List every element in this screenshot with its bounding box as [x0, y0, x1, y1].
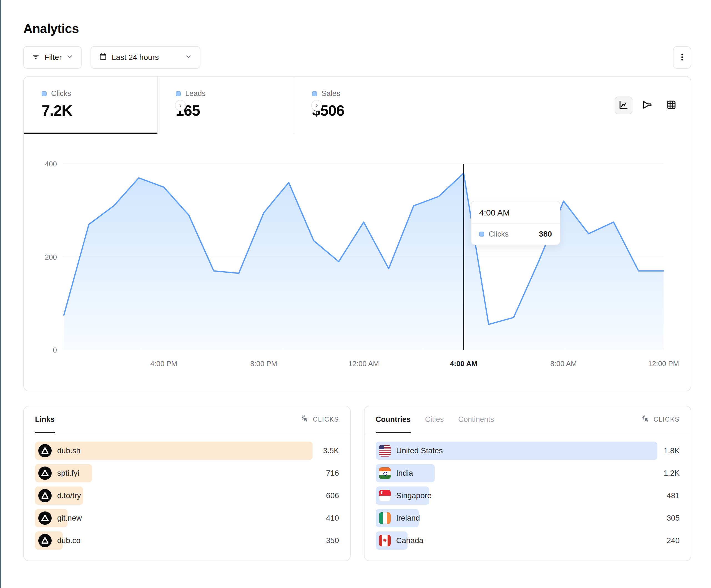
country-label: India [396, 469, 413, 478]
sort-label: CLICKS [313, 416, 339, 423]
x-tick-label: 4:00 PM [139, 359, 189, 368]
country-clicks-value: 481 [667, 487, 680, 505]
cursor-click-icon [642, 415, 650, 425]
y-tick-label: 200 [32, 253, 57, 262]
link-label: git.new [57, 514, 82, 523]
dub-logo-icon [38, 534, 52, 547]
list-item-link[interactable]: d.to/try 606 [35, 487, 339, 505]
y-tick-label: 0 [32, 346, 57, 355]
y-tick-label: 400 [32, 160, 57, 168]
maple-leaf-icon [382, 538, 388, 543]
expand-leads-button[interactable]: › [175, 100, 186, 111]
sales-legend-square [312, 91, 317, 96]
links-list: dub.sh 3.5K spti.fyi 716 d.t [24, 433, 350, 550]
countries-panel-header: Countries Cities Continents CLICKS [365, 406, 691, 433]
us-flag-icon [379, 445, 391, 456]
list-item-country[interactable]: Canada 240 [375, 532, 680, 550]
kebab-menu-icon [678, 53, 687, 62]
list-item-link[interactable]: dub.sh 3.5K [35, 442, 339, 460]
country-clicks-value: 305 [667, 509, 680, 527]
list-item-link[interactable]: dub.co 350 [35, 532, 339, 550]
stats-header: Clicks 7.2K Leads 165 Sales $506 › › [24, 76, 691, 134]
x-tick-label: 12:00 AM [339, 359, 389, 368]
line-chart-icon [618, 99, 629, 111]
date-range-button[interactable]: Last 24 hours [90, 46, 200, 69]
more-options-button[interactable] [673, 46, 691, 69]
link-clicks-value: 716 [326, 464, 339, 482]
tab-clicks[interactable]: Clicks 7.2K [24, 76, 157, 134]
analytics-card: Clicks 7.2K Leads 165 Sales $506 › › [23, 76, 691, 391]
expand-sales-button[interactable]: › [311, 100, 322, 111]
grid-icon [666, 99, 676, 111]
link-label: dub.sh [57, 446, 81, 455]
line-chart-view-button[interactable] [615, 96, 632, 114]
funnel-view-button[interactable] [639, 96, 656, 114]
dub-logo-icon [38, 444, 52, 457]
chevron-right-icon: › [316, 102, 318, 109]
chevron-right-icon: › [179, 102, 181, 109]
list-item-country[interactable]: Ireland 305 [375, 509, 680, 527]
countries-sort-by-clicks-button[interactable]: CLICKS [642, 415, 680, 425]
links-panel-header: Links CLICKS [24, 406, 350, 433]
sort-label: CLICKS [653, 416, 680, 423]
list-item-link[interactable]: git.new 410 [35, 509, 339, 527]
ireland-flag-icon [379, 512, 391, 524]
stat-value: 165 [176, 102, 294, 119]
chart-canvas [24, 134, 687, 391]
x-tick-label: 8:00 AM [539, 359, 588, 368]
links-sort-by-clicks-button[interactable]: CLICKS [301, 415, 339, 425]
chevron-down-icon [185, 53, 192, 62]
tooltip-series-label: Clicks [489, 230, 509, 239]
link-clicks-value: 606 [326, 487, 339, 505]
tooltip-time: 4:00 AM [471, 201, 560, 223]
toolbar: Filter Last 24 hours [23, 46, 691, 69]
link-clicks-value: 410 [326, 509, 339, 527]
link-label: spti.fyi [57, 469, 79, 478]
x-tick-label: 4:00 AM [439, 359, 489, 368]
dub-logo-icon [38, 489, 52, 502]
country-label: Singapore [396, 491, 432, 500]
funnel-chart-icon [642, 99, 653, 111]
links-panel: Links CLICKS dub.sh 3.5K [23, 406, 351, 561]
dub-logo-icon [38, 467, 52, 480]
link-clicks-value: 3.5K [323, 442, 339, 460]
link-clicks-value: 350 [326, 532, 339, 550]
stat-label: Leads [185, 89, 206, 98]
filter-icon [31, 52, 40, 63]
page-title: Analytics [23, 0, 691, 36]
list-item-link[interactable]: spti.fyi 716 [35, 464, 339, 482]
filter-button-label: Filter [44, 53, 62, 62]
country-label: United States [396, 446, 443, 455]
tab-cities[interactable]: Cities [425, 406, 444, 433]
country-clicks-value: 240 [667, 532, 680, 550]
countries-panel: Countries Cities Continents CLICKS Unite… [364, 406, 691, 561]
india-flag-icon [379, 467, 391, 479]
tab-continents[interactable]: Continents [458, 406, 494, 433]
tab-countries[interactable]: Countries [375, 406, 411, 433]
stat-value: $506 [312, 102, 438, 119]
clicks-legend-square [42, 91, 47, 96]
country-clicks-value: 1.2K [664, 464, 680, 482]
clicks-area-chart[interactable]: 0200400 4:00 PM8:00 PM12:00 AM4:00 AM8:0… [24, 134, 691, 391]
tooltip-value: 380 [539, 230, 552, 239]
country-label: Ireland [396, 514, 420, 523]
list-item-country[interactable]: Singapore 481 [375, 487, 680, 505]
dub-logo-icon [38, 512, 52, 525]
link-label: d.to/try [57, 491, 81, 500]
stat-label: Sales [322, 89, 340, 98]
list-item-country[interactable]: United States 1.8K [375, 442, 680, 460]
table-view-button[interactable] [663, 96, 680, 114]
x-tick-label: 8:00 PM [239, 359, 289, 368]
country-clicks-value: 1.8K [664, 442, 680, 460]
stat-label: Clicks [51, 89, 71, 98]
list-item-country[interactable]: India 1.2K [375, 464, 680, 482]
link-label: dub.co [57, 536, 81, 545]
chevron-down-icon [66, 53, 73, 62]
filter-button[interactable]: Filter [23, 46, 82, 69]
chart-tooltip: 4:00 AM Clicks 380 [471, 201, 560, 245]
country-label: Canada [396, 536, 423, 545]
tab-links[interactable]: Links [35, 406, 55, 433]
chart-view-switcher [615, 96, 680, 114]
clicks-legend-square [479, 232, 484, 236]
analytics-page: Analytics Filter Last 24 hours Clicks 7.… [0, 0, 711, 561]
